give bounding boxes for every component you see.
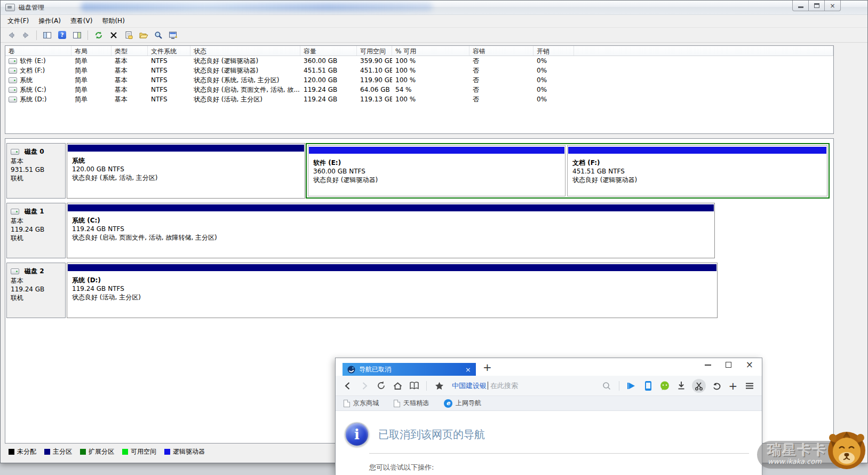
disk-console-button[interactable] (166, 29, 180, 41)
column-header-free-space[interactable]: 可用空间 (357, 46, 392, 56)
partition-d[interactable]: 系统 (D:) 119.24 GB NTFS 状态良好 (活动, 主分区) (67, 263, 718, 318)
column-header-pct-free[interactable]: % 可用 (392, 46, 469, 56)
screenshot-button[interactable] (692, 379, 706, 393)
video-button[interactable] (626, 380, 638, 392)
column-header-status[interactable]: 状态 (190, 46, 300, 56)
show-console-tree-button[interactable] (41, 29, 54, 41)
title-bar[interactable]: 磁盘管理 × (1, 1, 867, 15)
partition-detail: 360.00 GB NTFS (313, 167, 561, 176)
chat-button[interactable] (659, 380, 671, 392)
browser-close-button[interactable]: × (746, 360, 753, 369)
chat-bubble-icon (659, 381, 670, 391)
undo-button[interactable] (711, 380, 722, 392)
column-header-filesystem[interactable]: 文件系统 (148, 46, 190, 56)
search-hint: 在此搜索 (490, 381, 518, 391)
column-header-overhead[interactable]: 开销 (533, 46, 574, 56)
disk-1-label[interactable]: 磁盘 1 基本 119.24 GB 联机 (6, 203, 66, 258)
browser-forward-button[interactable] (359, 380, 370, 392)
partition-system[interactable]: 系统 120.00 GB NTFS 状态良好 (系统, 活动, 主分区) (67, 143, 305, 199)
cell-fault-tolerance: 否 (469, 95, 533, 104)
volume-row-c[interactable]: 系统 (C:) 简单 基本 NTFS 状态良好 (启动, 页面文件, 活动, 故… (5, 85, 833, 94)
volume-icon (9, 97, 17, 102)
cell-type: 基本 (112, 76, 148, 85)
open-button[interactable] (137, 29, 150, 41)
undo-icon (712, 381, 722, 391)
address-bar[interactable]: 中国建设银 在此搜索 (450, 381, 596, 391)
refresh-button[interactable] (92, 29, 105, 41)
toolbar-separator (426, 381, 427, 391)
download-button[interactable] (675, 380, 687, 392)
home-button[interactable] (392, 380, 403, 392)
menu-help[interactable]: 帮助(H) (97, 14, 129, 28)
favorite-button[interactable] (433, 380, 445, 392)
column-header-volume[interactable]: 卷 (5, 46, 71, 56)
menu-file[interactable]: 文件(F) (3, 14, 34, 28)
legend-label: 扩展分区 (89, 447, 114, 456)
cell-volume: 系统 (D:) (20, 95, 46, 104)
page-icon (344, 400, 350, 407)
close-button[interactable]: × (824, 1, 841, 11)
new-tab-button[interactable]: + (483, 361, 492, 374)
browser-maximize-button[interactable] (726, 362, 731, 368)
restore-button[interactable] (808, 1, 825, 11)
add-button[interactable]: + (727, 380, 739, 392)
tab-navigation-canceled[interactable]: 导航已取消 × (343, 363, 476, 376)
volume-row-f[interactable]: 文档 (F:) 简单 基本 NTFS 状态良好 (逻辑驱动器) 451.51 G… (5, 66, 833, 75)
cell-status: 状态良好 (启动, 页面文件, 活动, 故... (190, 85, 300, 94)
menu-action[interactable]: 操作(A) (34, 14, 66, 28)
cell-free: 119.13 GB (357, 96, 392, 103)
delete-icon (110, 31, 117, 39)
column-header-capacity[interactable]: 容量 (300, 46, 357, 56)
minimize-icon (798, 6, 803, 8)
properties-button[interactable] (122, 29, 135, 41)
delete-button[interactable] (107, 29, 120, 41)
tab-close-icon[interactable]: × (465, 366, 471, 373)
mobile-sync-button[interactable] (642, 380, 654, 392)
browser-minimize-button[interactable] (705, 365, 711, 366)
open-book-icon (409, 381, 420, 390)
partition-e[interactable]: 软件 (E:) 360.00 GB NTFS 状态良好 (逻辑驱动器) (308, 145, 566, 196)
bookmark-nav[interactable]: e 上网导航 (444, 399, 481, 408)
volume-row-e[interactable]: 软件 (E:) 简单 基本 NTFS 状态良好 (逻辑驱动器) 360.00 G… (5, 56, 833, 66)
legend-label: 未分配 (17, 447, 36, 456)
logical-drive-swatch (164, 449, 170, 455)
minimize-button[interactable] (792, 1, 809, 11)
bookmark-label: 天猫精选 (403, 399, 429, 408)
disk-0-label[interactable]: 磁盘 0 基本 931.51 GB 联机 (6, 143, 66, 199)
volume-row-system[interactable]: 系统 简单 基本 NTFS 状态良好 (系统, 活动, 主分区) 120.00 … (5, 75, 833, 85)
column-header-fault-tolerance[interactable]: 容错 (469, 46, 533, 56)
help-button[interactable]: ? (55, 29, 69, 41)
disk-kind: 基本 (11, 217, 62, 225)
reading-mode-button[interactable] (408, 380, 420, 392)
forward-button[interactable] (19, 29, 33, 41)
partition-title: 系统 (D:) (72, 276, 713, 284)
show-action-pane-button[interactable] (70, 29, 84, 41)
back-button[interactable] (4, 29, 18, 41)
cell-capacity: 119.24 GB (300, 96, 357, 103)
search-button[interactable] (601, 380, 612, 392)
partition-f[interactable]: 文档 (F:) 451.51 GB NTFS 状态良好 (逻辑驱动器) (567, 145, 827, 196)
free-space-swatch (122, 449, 128, 455)
menu-view[interactable]: 查看(V) (66, 14, 98, 28)
bookmark-jd[interactable]: 京东商城 (344, 399, 379, 408)
view-button[interactable] (152, 29, 165, 41)
volume-row-d[interactable]: 系统 (D:) 简单 基本 NTFS 状态良好 (活动, 主分区) 119.24… (5, 94, 833, 104)
cell-type: 基本 (112, 57, 148, 66)
partition-status: 状态良好 (活动, 主分区) (72, 293, 713, 302)
partition-status: 状态良好 (系统, 活动, 主分区) (72, 173, 300, 182)
column-header-type[interactable]: 类型 (112, 46, 148, 56)
browser-back-button[interactable] (342, 380, 354, 392)
cell-status: 状态良好 (逻辑驱动器) (190, 57, 300, 66)
disk-state: 联机 (11, 294, 62, 302)
menu-button[interactable] (744, 380, 755, 392)
cell-pct-free: 100 % (392, 76, 469, 84)
legend-unallocated: 未分配 (9, 447, 36, 456)
cell-layout: 简单 (71, 57, 112, 66)
bookmark-tmall[interactable]: 天猫精选 (394, 399, 429, 408)
browser-refresh-button[interactable] (375, 380, 387, 392)
disk-2-label[interactable]: 磁盘 2 基本 119.24 GB 联机 (6, 263, 66, 318)
column-header-layout[interactable]: 布局 (71, 46, 112, 56)
toolbar-separator (87, 30, 88, 40)
partition-c[interactable]: 系统 (C:) 119.24 GB NTFS 状态良好 (启动, 页面文件, 活… (67, 203, 715, 258)
disk-2-row: 磁盘 2 基本 119.24 GB 联机 系统 (D:) 119.24 GB N… (6, 263, 718, 318)
